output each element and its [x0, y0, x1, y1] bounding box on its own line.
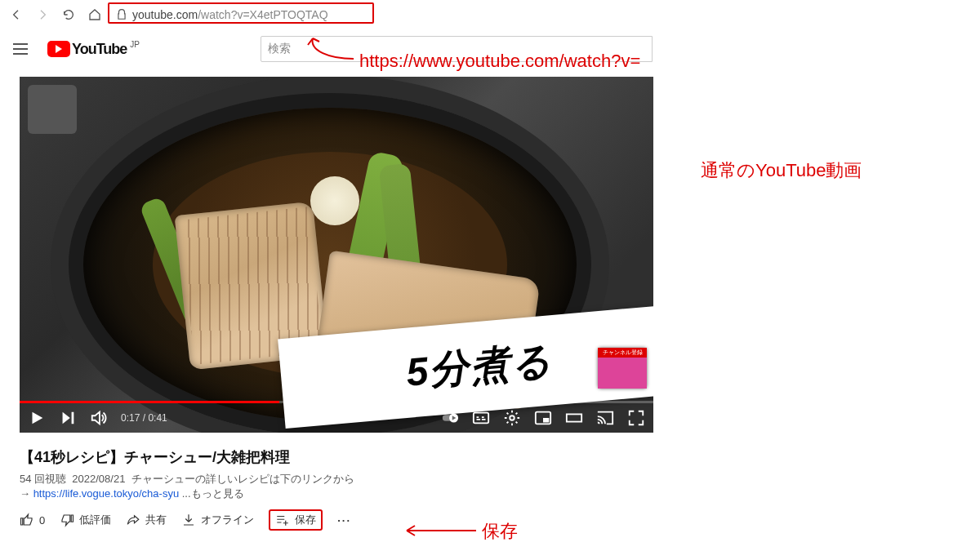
annotation-arrow-icon: [305, 34, 362, 67]
video-endcard[interactable]: チャンネル登録: [598, 348, 647, 389]
address-bar[interactable]: youtube.com/watch?v=X4etPTOQTAQ: [109, 3, 632, 26]
video-subline: 54 回視聴 2022/08/21 チャーシューの詳しいレシピは下のリンクから …: [20, 472, 653, 501]
region-badge: JP: [130, 40, 140, 49]
endcard-label: チャンネル登録: [598, 348, 647, 358]
show-more[interactable]: ...もっと見る: [179, 487, 243, 500]
back-button[interactable]: [5, 3, 28, 26]
thumbs-down-icon: [60, 513, 74, 527]
url-text: youtube.com/watch?v=X4etPTOQTAQ: [132, 8, 328, 21]
fullscreen-button[interactable]: [627, 409, 645, 427]
offline-button[interactable]: オフライン: [181, 513, 254, 527]
video-metadata: 【41秒レシピ】チャーシュー/大雑把料理 54 回視聴 2022/08/21 チ…: [20, 433, 653, 531]
description-link[interactable]: https://life.vogue.tokyo/cha-syu: [33, 487, 179, 500]
playlist-add-icon: [275, 513, 290, 527]
next-button[interactable]: [59, 409, 77, 427]
video-title: 【41秒レシピ】チャーシュー/大雑把料理: [20, 447, 653, 467]
play-button[interactable]: [28, 409, 46, 427]
theater-button[interactable]: [565, 409, 583, 427]
player-controls: 0:17 / 0:41: [20, 403, 653, 433]
autoplay-toggle[interactable]: [441, 409, 459, 427]
player-time: 0:17 / 0:41: [121, 412, 167, 424]
forward-button[interactable]: [31, 3, 54, 26]
annotation-arrow-icon: [399, 521, 480, 540]
download-icon: [181, 513, 196, 527]
overlay-text: 5分煮る: [404, 334, 555, 398]
captions-button[interactable]: [472, 409, 490, 427]
like-button[interactable]: 0: [20, 513, 45, 527]
youtube-logo[interactable]: YouTube JP: [47, 41, 140, 58]
like-count: 0: [39, 514, 45, 527]
thumbs-up-icon: [20, 513, 34, 527]
annotation-normal-video: 通常のYouTube動画: [701, 158, 862, 183]
svg-point-3: [510, 415, 514, 420]
svg-rect-6: [567, 414, 581, 421]
cast-button[interactable]: [596, 409, 614, 427]
share-icon: [126, 513, 140, 527]
menu-button[interactable]: [13, 39, 33, 59]
lock-icon: [116, 9, 127, 20]
browser-toolbar: youtube.com/watch?v=X4etPTOQTAQ: [0, 0, 980, 29]
settings-button[interactable]: [503, 409, 521, 427]
dislike-button[interactable]: 低評価: [60, 513, 111, 527]
home-button[interactable]: [83, 3, 106, 26]
save-button[interactable]: 保存: [269, 509, 323, 531]
annotation-url-text: https://www.youtube.com/watch?v=: [359, 51, 640, 72]
upload-date: 2022/08/21: [72, 473, 125, 485]
youtube-wordmark: YouTube: [72, 41, 127, 58]
volume-button[interactable]: [90, 409, 108, 427]
youtube-play-icon: [47, 41, 70, 57]
description-lead: チャーシューの詳しいレシピは下のリンクから: [131, 473, 354, 485]
video-player[interactable]: 5分煮る チャンネル登録 0:17 / 0:41: [20, 77, 653, 433]
share-button[interactable]: 共有: [126, 513, 167, 527]
more-actions-button[interactable]: ···: [337, 514, 351, 527]
svg-rect-2: [474, 413, 488, 424]
action-bar: 0 低評価 共有 オフライン 保存 ···: [20, 509, 653, 531]
annotation-save-text: 保存: [482, 519, 518, 544]
miniplayer-button[interactable]: [534, 409, 552, 427]
search-placeholder: 検索: [268, 42, 291, 56]
reload-button[interactable]: [57, 3, 80, 26]
view-count: 54 回視聴: [20, 473, 66, 485]
svg-rect-5: [543, 418, 549, 423]
